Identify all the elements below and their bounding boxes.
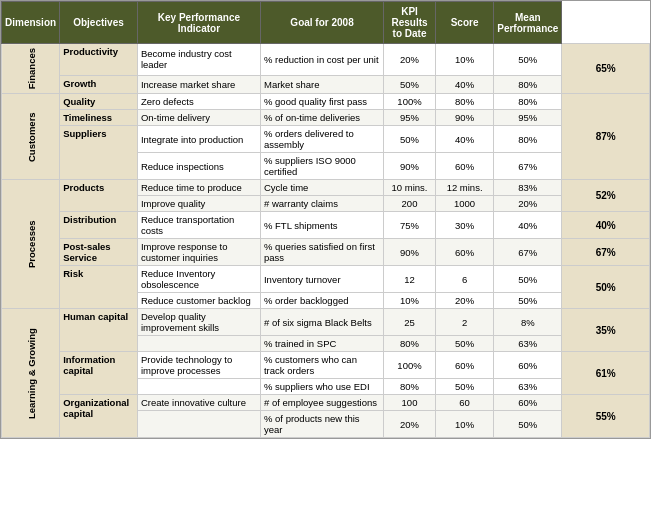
- oc-result2: 10%: [435, 411, 493, 438]
- table-row: Risk Reduce Inventory obsolescence Inven…: [2, 266, 650, 293]
- finances-mean: 65%: [562, 44, 650, 94]
- quality-score: 80%: [494, 94, 562, 110]
- postsales-score: 67%: [494, 239, 562, 266]
- suppliers-result2: 60%: [435, 153, 493, 180]
- risk-score2: 50%: [494, 293, 562, 309]
- info-capital-label: Information capital: [60, 352, 138, 395]
- productivity-objective: Become industry cost leader: [137, 44, 260, 76]
- risk-goal1: 12: [384, 266, 436, 293]
- timeliness-objective: On-time delivery: [137, 110, 260, 126]
- hc-score2: 63%: [494, 336, 562, 352]
- hc-objective2: [137, 336, 260, 352]
- header-objectives: Objectives: [60, 2, 138, 44]
- table-row: Customers Quality Zero defects % good qu…: [2, 94, 650, 110]
- risk-kpi1: Inventory turnover: [260, 266, 383, 293]
- quality-goal: 100%: [384, 94, 436, 110]
- learning-dimension: Learning & Growing: [2, 309, 60, 438]
- risk-kpi2: % order backlogged: [260, 293, 383, 309]
- products-objective2: Improve quality: [137, 196, 260, 212]
- header-dimension: Dimension: [2, 2, 60, 44]
- oc-goal2: 20%: [384, 411, 436, 438]
- productivity-goal: 20%: [384, 44, 436, 76]
- suppliers-result1: 40%: [435, 126, 493, 153]
- growth-goal: 50%: [384, 75, 436, 94]
- growth-result: 40%: [435, 75, 493, 94]
- ic-goal2: 80%: [384, 379, 436, 395]
- table-row: Finances Productivity Become industry co…: [2, 44, 650, 76]
- oc-result1: 60: [435, 395, 493, 411]
- table-row: Post-sales Service Improve response to c…: [2, 239, 650, 266]
- timeliness-label: Timeliness: [60, 110, 138, 126]
- postsales-kpi: % queries satisfied on first pass: [260, 239, 383, 266]
- growth-kpi: Market share: [260, 75, 383, 94]
- timeliness-goal: 95%: [384, 110, 436, 126]
- productivity-kpi: % reduction in cost per unit: [260, 44, 383, 76]
- table-row: Timeliness On-time delivery % of on-time…: [2, 110, 650, 126]
- risk-label: Risk: [60, 266, 138, 309]
- header-score: Score: [435, 2, 493, 44]
- header-mean-perf: Mean Performance: [494, 2, 562, 44]
- products-objective1: Reduce time to produce: [137, 180, 260, 196]
- ic-result2: 50%: [435, 379, 493, 395]
- products-kpi1: Cycle time: [260, 180, 383, 196]
- ic-kpi1: % customers who can track orders: [260, 352, 383, 379]
- ic-goal1: 100%: [384, 352, 436, 379]
- suppliers-objective2: Reduce inspections: [137, 153, 260, 180]
- distribution-kpi: % FTL shipments: [260, 212, 383, 239]
- customers-mean: 87%: [562, 94, 650, 180]
- table-row: Suppliers Integrate into production % or…: [2, 126, 650, 153]
- products-score1: 83%: [494, 180, 562, 196]
- header-kpi-results: KPI Results to Date: [384, 2, 436, 44]
- productivity-score: 50%: [494, 44, 562, 76]
- suppliers-goal1: 50%: [384, 126, 436, 153]
- finances-dimension: Finances: [2, 44, 60, 94]
- table-row: Distribution Reduce transportation costs…: [2, 212, 650, 239]
- postsales-goal: 90%: [384, 239, 436, 266]
- hc-kpi2: % trained in SPC: [260, 336, 383, 352]
- customers-dimension: Customers: [2, 94, 60, 180]
- ic-result1: 60%: [435, 352, 493, 379]
- risk-result1: 6: [435, 266, 493, 293]
- risk-objective1: Reduce Inventory obsolescence: [137, 266, 260, 293]
- productivity-label: Productivity: [60, 44, 138, 76]
- oc-kpi2: % of products new this year: [260, 411, 383, 438]
- postsales-result: 60%: [435, 239, 493, 266]
- quality-result: 80%: [435, 94, 493, 110]
- oc-objective2: [137, 411, 260, 438]
- ic-mean: 61%: [562, 352, 650, 395]
- oc-mean: 55%: [562, 395, 650, 438]
- growth-score: 80%: [494, 75, 562, 94]
- oc-kpi1: # of employee suggestions: [260, 395, 383, 411]
- products-result1: 12 mins.: [435, 180, 493, 196]
- quality-kpi: % good quality first pass: [260, 94, 383, 110]
- balanced-scorecard-table: Dimension Objectives Key Performance Ind…: [1, 1, 650, 438]
- risk-result2: 20%: [435, 293, 493, 309]
- oc-objective1: Create innovative culture: [137, 395, 260, 411]
- ic-objective1: Provide technology to improve processes: [137, 352, 260, 379]
- hc-result1: 2: [435, 309, 493, 336]
- table-row: Learning & Growing Human capital Develop…: [2, 309, 650, 336]
- risk-objective2: Reduce customer backlog: [137, 293, 260, 309]
- postsales-objective: Improve response to customer inquiries: [137, 239, 260, 266]
- products-mean: 52%: [562, 180, 650, 212]
- hc-kpi1: # of six sigma Black Belts: [260, 309, 383, 336]
- suppliers-objective1: Integrate into production: [137, 126, 260, 153]
- distribution-goal: 75%: [384, 212, 436, 239]
- suppliers-kpi2: % suppliers ISO 9000 certified: [260, 153, 383, 180]
- post-sales-label: Post-sales Service: [60, 239, 138, 266]
- table-row: Growth Increase market share Market shar…: [2, 75, 650, 94]
- distribution-score: 40%: [494, 212, 562, 239]
- hc-goal1: 25: [384, 309, 436, 336]
- products-result2: 1000: [435, 196, 493, 212]
- hc-objective1: Develop quality improvement skills: [137, 309, 260, 336]
- timeliness-result: 90%: [435, 110, 493, 126]
- timeliness-score: 95%: [494, 110, 562, 126]
- hc-mean: 35%: [562, 309, 650, 352]
- hc-goal2: 80%: [384, 336, 436, 352]
- ic-kpi2: % suppliers who use EDI: [260, 379, 383, 395]
- distribution-mean: 40%: [562, 212, 650, 239]
- risk-goal2: 10%: [384, 293, 436, 309]
- ic-score2: 63%: [494, 379, 562, 395]
- header-kpi: Key Performance Indicator: [137, 2, 260, 44]
- products-label: Products: [60, 180, 138, 212]
